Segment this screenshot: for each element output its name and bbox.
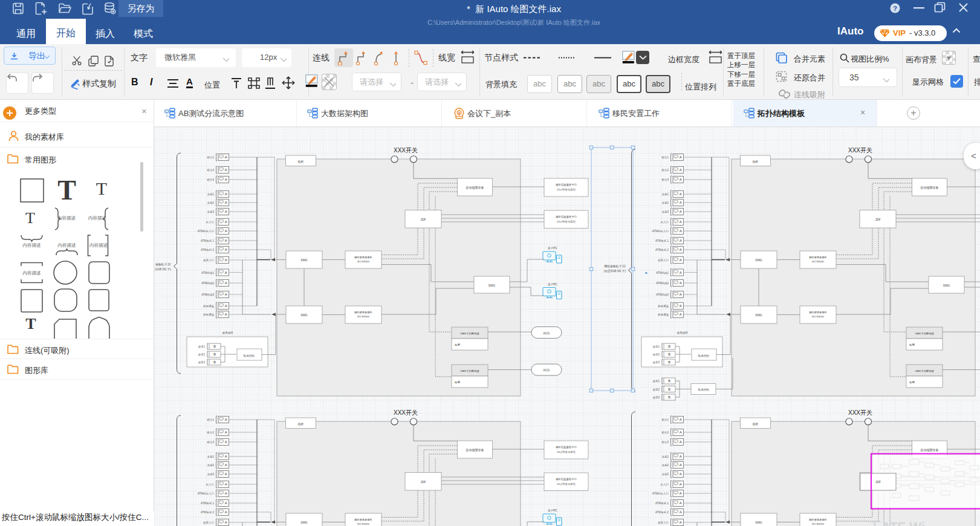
svg-text:内容描述: 内容描述 bbox=[23, 242, 42, 248]
svg-text:(1GB SD 卡): (1GB SD 卡) bbox=[155, 267, 171, 271]
svg-text:网络摄像机 X 22: 网络摄像机 X 22 bbox=[604, 265, 626, 268]
svg-text:?: ? bbox=[893, 5, 897, 12]
svg-text:工ATE Wi: 工ATE Wi bbox=[868, 519, 925, 526]
svg-text:内容描述: 内容描述 bbox=[57, 215, 76, 221]
svg-text:T: T bbox=[25, 315, 36, 333]
svg-text:T: T bbox=[57, 175, 76, 206]
svg-text:金库2: 金库2 bbox=[652, 388, 660, 391]
svg-text:内容描述: 内容描述 bbox=[23, 270, 42, 276]
svg-text:(内置5GB SD 卡): (内置5GB SD 卡) bbox=[604, 269, 626, 273]
svg-text:内容描述: 内容描述 bbox=[58, 242, 77, 248]
svg-text:T: T bbox=[25, 209, 35, 227]
svg-text:T: T bbox=[96, 178, 107, 198]
svg-text:JDF: JDF bbox=[875, 480, 881, 484]
svg-text:金库1: 金库1 bbox=[652, 380, 660, 383]
svg-text:金库3: 金库3 bbox=[652, 396, 660, 399]
svg-text:内容描述: 内容描述 bbox=[89, 242, 108, 248]
svg-text:摄像机 X 22: 摄像机 X 22 bbox=[155, 263, 171, 266]
svg-text:集成控制: 集成控制 bbox=[698, 388, 710, 391]
